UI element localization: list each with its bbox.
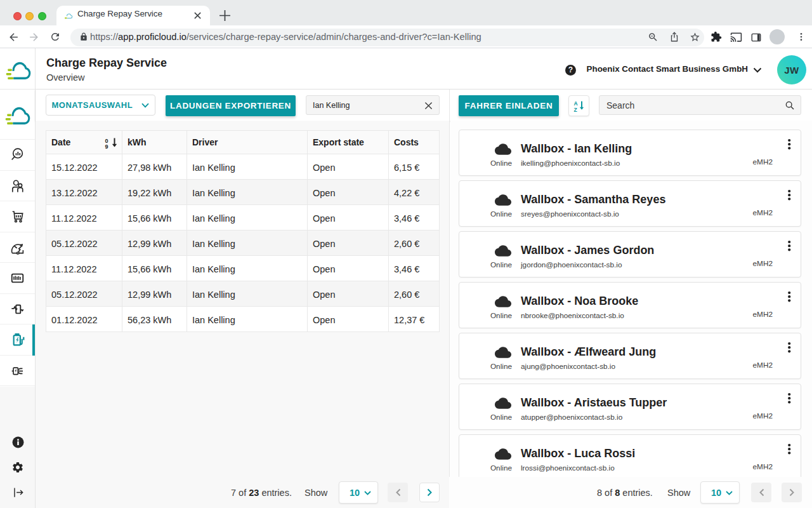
svg-text:9: 9 <box>105 144 108 149</box>
svg-text:Z: Z <box>574 107 577 113</box>
svg-text:A: A <box>574 100 578 107</box>
